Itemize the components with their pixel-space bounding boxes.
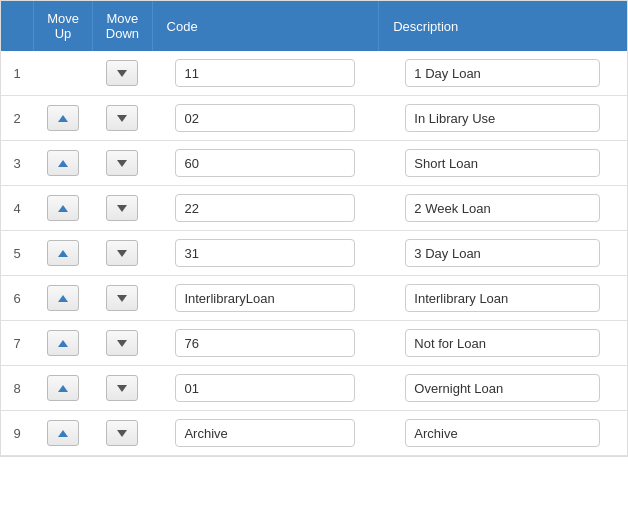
move-down-button[interactable]: [106, 105, 138, 131]
table-row: 5: [1, 231, 627, 276]
down-arrow-icon: [117, 430, 127, 437]
move-up-cell: [33, 321, 92, 366]
move-up-button[interactable]: [47, 420, 79, 446]
header-move-up: Move Up: [33, 1, 92, 51]
move-down-cell: [93, 51, 152, 96]
code-cell: [152, 51, 379, 96]
down-arrow-icon: [117, 295, 127, 302]
move-down-cell: [93, 366, 152, 411]
row-number: 2: [1, 96, 33, 141]
move-down-cell: [93, 231, 152, 276]
row-number: 7: [1, 321, 33, 366]
row-number: 5: [1, 231, 33, 276]
header-row-num: [1, 1, 33, 51]
up-arrow-icon: [58, 340, 68, 347]
description-input[interactable]: [405, 239, 600, 267]
code-input[interactable]: [175, 149, 355, 177]
header-code: Code: [152, 1, 379, 51]
description-input[interactable]: [405, 284, 600, 312]
table-row: 8: [1, 366, 627, 411]
description-cell: [379, 321, 627, 366]
header-description: Description: [379, 1, 627, 51]
table-row: 4: [1, 186, 627, 231]
table-row: 9: [1, 411, 627, 456]
header-move-down: Move Down: [93, 1, 152, 51]
description-input[interactable]: [405, 374, 600, 402]
up-arrow-icon: [58, 385, 68, 392]
description-cell: [379, 96, 627, 141]
up-arrow-icon: [58, 160, 68, 167]
row-number: 9: [1, 411, 33, 456]
code-cell: [152, 321, 379, 366]
move-up-button[interactable]: [47, 375, 79, 401]
row-number: 4: [1, 186, 33, 231]
move-down-cell: [93, 96, 152, 141]
move-down-cell: [93, 141, 152, 186]
down-arrow-icon: [117, 70, 127, 77]
move-up-button[interactable]: [47, 150, 79, 176]
down-arrow-icon: [117, 160, 127, 167]
move-down-cell: [93, 186, 152, 231]
code-input[interactable]: [175, 374, 355, 402]
move-up-cell: [33, 186, 92, 231]
row-number: 6: [1, 276, 33, 321]
move-up-button[interactable]: [47, 105, 79, 131]
move-up-cell: [33, 366, 92, 411]
move-down-button[interactable]: [106, 285, 138, 311]
move-down-button[interactable]: [106, 240, 138, 266]
move-up-button[interactable]: [47, 330, 79, 356]
move-down-button[interactable]: [106, 375, 138, 401]
move-up-button[interactable]: [47, 285, 79, 311]
move-down-button[interactable]: [106, 60, 138, 86]
description-input[interactable]: [405, 59, 600, 87]
move-down-cell: [93, 276, 152, 321]
up-arrow-icon: [58, 430, 68, 437]
move-down-cell: [93, 411, 152, 456]
description-cell: [379, 51, 627, 96]
down-arrow-icon: [117, 205, 127, 212]
move-up-cell: [33, 51, 92, 96]
description-cell: [379, 141, 627, 186]
description-input[interactable]: [405, 419, 600, 447]
move-down-button[interactable]: [106, 195, 138, 221]
code-cell: [152, 96, 379, 141]
table-header-row: Move Up Move Down Code Description: [1, 1, 627, 51]
code-input[interactable]: [175, 329, 355, 357]
description-cell: [379, 411, 627, 456]
code-input[interactable]: [175, 239, 355, 267]
move-up-button[interactable]: [47, 195, 79, 221]
down-arrow-icon: [117, 340, 127, 347]
code-input[interactable]: [175, 419, 355, 447]
move-down-button[interactable]: [106, 150, 138, 176]
move-down-button[interactable]: [106, 420, 138, 446]
move-up-button[interactable]: [47, 240, 79, 266]
row-number: 3: [1, 141, 33, 186]
down-arrow-icon: [117, 115, 127, 122]
up-arrow-icon: [58, 295, 68, 302]
description-cell: [379, 186, 627, 231]
code-cell: [152, 186, 379, 231]
up-arrow-icon: [58, 250, 68, 257]
table-row: 3: [1, 141, 627, 186]
description-input[interactable]: [405, 104, 600, 132]
description-input[interactable]: [405, 329, 600, 357]
code-input[interactable]: [175, 194, 355, 222]
up-arrow-icon: [58, 205, 68, 212]
code-input[interactable]: [175, 104, 355, 132]
description-input[interactable]: [405, 194, 600, 222]
move-up-cell: [33, 141, 92, 186]
table-row: 2: [1, 96, 627, 141]
code-cell: [152, 231, 379, 276]
code-cell: [152, 411, 379, 456]
description-input[interactable]: [405, 149, 600, 177]
code-cell: [152, 141, 379, 186]
row-number: 1: [1, 51, 33, 96]
move-down-button[interactable]: [106, 330, 138, 356]
code-input[interactable]: [175, 284, 355, 312]
description-cell: [379, 366, 627, 411]
move-up-cell: [33, 231, 92, 276]
move-up-cell: [33, 276, 92, 321]
code-input[interactable]: [175, 59, 355, 87]
table-row: 7: [1, 321, 627, 366]
loan-types-table: Move Up Move Down Code Description 12345…: [0, 0, 628, 457]
